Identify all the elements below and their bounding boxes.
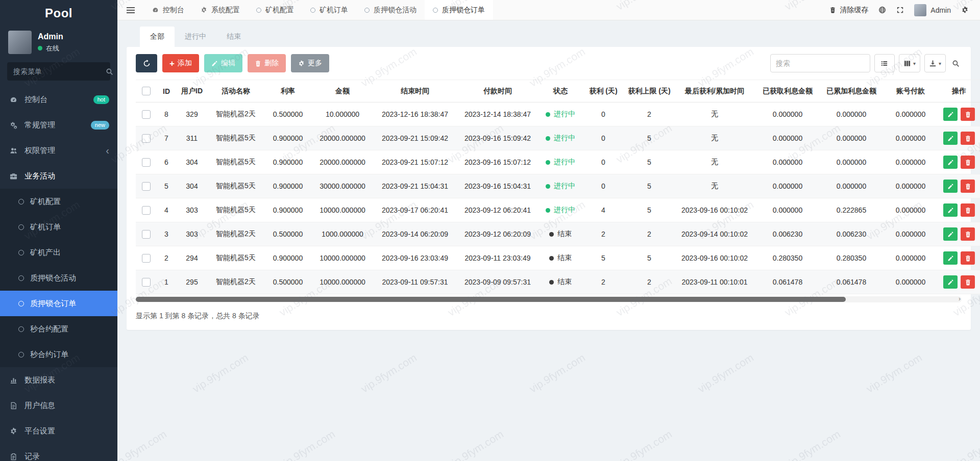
row-delete-button[interactable]: [961, 108, 975, 121]
row-edit-button[interactable]: [943, 227, 958, 241]
column-header[interactable]: 结束时间: [374, 80, 456, 103]
row-edit-button[interactable]: [943, 275, 958, 289]
content-area: 全部进行中结束 + 添加 编辑 删除: [117, 20, 980, 461]
row-checkbox[interactable]: [142, 278, 151, 287]
horizontal-scrollbar[interactable]: ›: [136, 296, 962, 302]
row-edit-button[interactable]: [943, 180, 958, 193]
column-header[interactable]: 用户ID: [177, 80, 207, 103]
sidebar-search-input[interactable]: [13, 67, 106, 75]
sidebar-subitem-3[interactable]: 质押锁仓活动: [0, 265, 117, 291]
row-edit-button[interactable]: [943, 203, 958, 217]
menu-toggle-button[interactable]: [117, 0, 144, 20]
search-toggle-button[interactable]: [950, 60, 962, 67]
pencil-icon: [947, 255, 954, 262]
column-header[interactable]: 操作: [938, 80, 980, 103]
table-row: 4303智能机器5天0.90000010000.0000002023-09-17…: [136, 198, 980, 222]
scrollbar-thumb[interactable]: [136, 297, 846, 302]
hamburger-icon: [127, 7, 135, 13]
settings-icon[interactable]: [961, 6, 969, 14]
topbar-tab-2[interactable]: 矿机配置: [248, 0, 302, 20]
row-delete-button[interactable]: [961, 251, 975, 265]
circle-icon: [18, 250, 24, 255]
delete-button[interactable]: 删除: [248, 54, 286, 72]
filter-tab-1[interactable]: 进行中: [175, 27, 216, 47]
column-header[interactable]: 活动名称: [207, 80, 264, 103]
cell-pay-time: 2023-09-12 06:20:09: [456, 222, 539, 246]
status-badge: 进行中: [554, 206, 575, 215]
row-checkbox[interactable]: [142, 158, 151, 167]
sidebar-item-label: 平台设置: [24, 426, 55, 436]
row-checkbox[interactable]: [142, 110, 151, 119]
column-header[interactable]: 已累加利息金额: [820, 80, 883, 103]
row-delete-button[interactable]: [961, 132, 975, 145]
sidebar-subitem-5[interactable]: 秒合约配置: [0, 316, 117, 342]
cell-status: 结束: [539, 222, 582, 246]
topbar-tab-0[interactable]: 控制台: [144, 0, 192, 20]
topbar-tab-1[interactable]: 系统配置: [192, 0, 248, 20]
row-checkbox[interactable]: [142, 134, 151, 143]
sidebar-subitem-0[interactable]: 矿机配置: [0, 189, 117, 214]
more-button[interactable]: 更多: [291, 54, 329, 72]
cell-user-id: 303: [177, 198, 207, 222]
column-header[interactable]: 已获取利息金额: [755, 80, 820, 103]
column-header[interactable]: 最后获利/累加时间: [674, 80, 755, 103]
sidebar-subitem-2[interactable]: 矿机产出: [0, 240, 117, 265]
select-all-checkbox[interactable]: [142, 87, 151, 95]
edit-button[interactable]: 编辑: [204, 54, 242, 72]
sidebar-bottom-item-0[interactable]: 数据报表: [0, 367, 117, 393]
row-checkbox[interactable]: [142, 230, 151, 239]
row-delete-button[interactable]: [961, 203, 975, 217]
topbar-tab-4[interactable]: 质押锁仓活动: [356, 0, 425, 20]
refresh-button[interactable]: [136, 54, 157, 72]
sidebar-subitem-6[interactable]: 秒合约订单: [0, 342, 117, 367]
sidebar-subitem-4[interactable]: 质押锁仓订单: [0, 291, 117, 316]
row-delete-button[interactable]: [961, 180, 975, 193]
sidebar-bottom-item-3[interactable]: 记录: [0, 444, 117, 461]
language-icon[interactable]: [878, 6, 886, 14]
row-checkbox[interactable]: [142, 206, 151, 215]
cell-interest-amount: 0.280350: [755, 246, 820, 270]
filter-tab-0[interactable]: 全部: [140, 27, 175, 47]
detail-view-button[interactable]: [874, 54, 895, 72]
sidebar-subitem-1[interactable]: 矿机订单: [0, 214, 117, 240]
column-header[interactable]: 金额: [311, 80, 374, 103]
column-header[interactable]: ID: [156, 80, 177, 103]
filter-tab-2[interactable]: 结束: [216, 27, 251, 47]
scroll-right-arrow-icon[interactable]: ›: [959, 295, 961, 302]
table-search-input[interactable]: [770, 54, 870, 72]
topbar-tab-3[interactable]: 矿机订单: [302, 0, 356, 20]
fullscreen-icon[interactable]: [896, 6, 904, 14]
column-header[interactable]: 付款时间: [456, 80, 539, 103]
sidebar-item-1[interactable]: 常规管理new: [0, 112, 117, 138]
row-edit-button[interactable]: [943, 108, 958, 121]
sidebar-bottom-item-1[interactable]: 用户信息: [0, 393, 117, 418]
row-checkbox[interactable]: [142, 254, 151, 263]
cell-activity: 智能机器5天: [207, 246, 264, 270]
row-edit-button[interactable]: [943, 132, 958, 145]
column-header[interactable]: 账号付款: [883, 80, 938, 103]
clear-cache-button[interactable]: 清除缓存: [829, 6, 868, 15]
add-button[interactable]: + 添加: [162, 54, 199, 72]
row-delete-button[interactable]: [961, 156, 975, 169]
sidebar-item-0[interactable]: 控制台hot: [0, 87, 117, 112]
row-edit-button[interactable]: [943, 156, 958, 169]
cell-rate: 0.900000: [264, 126, 311, 150]
topbar-tab-5[interactable]: 质押锁仓订单: [425, 0, 493, 20]
sidebar-subitem-label: 矿机产出: [30, 248, 61, 258]
row-edit-button[interactable]: [943, 251, 958, 265]
row-delete-button[interactable]: [961, 227, 975, 241]
columns-button[interactable]: ▾: [899, 54, 920, 72]
column-header[interactable]: 状态: [539, 80, 582, 103]
sidebar-item-3[interactable]: 业务活动: [0, 163, 117, 189]
column-header[interactable]: 获利 (天): [582, 80, 625, 103]
pencil-icon: [947, 207, 954, 214]
sidebar-bottom-item-2[interactable]: 平台设置: [0, 418, 117, 444]
row-delete-button[interactable]: [961, 275, 975, 289]
export-button[interactable]: ▾: [924, 54, 946, 72]
row-checkbox[interactable]: [142, 182, 151, 191]
user-menu[interactable]: Admin: [914, 4, 951, 16]
cell-rate: 0.900000: [264, 246, 311, 270]
column-header[interactable]: 获利上限 (天): [625, 80, 674, 103]
column-header[interactable]: 利率: [264, 80, 311, 103]
sidebar-item-2[interactable]: 权限管理‹: [0, 138, 117, 163]
